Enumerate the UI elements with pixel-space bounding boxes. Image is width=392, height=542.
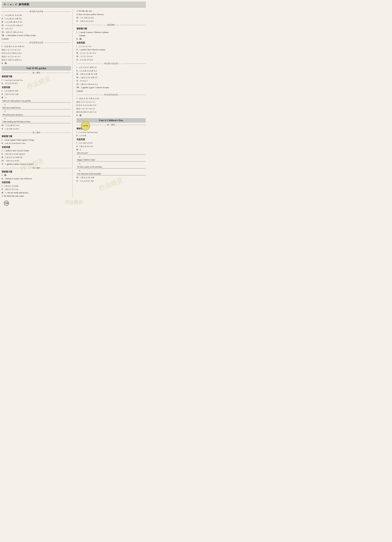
right-listen-7: Ⅶ．1.garden 2.grow 3.leaves 4.water — [76, 86, 146, 89]
written-line-3: The plants grow and grow. — [2, 114, 71, 116]
lesson3-pre-2: Ⅱ．1.thirsty 2.warm 3.are 4.flowers — [2, 177, 71, 180]
left-listen-4: Ⅳ．1.A 2.A 3.C 4.B 5.C — [2, 24, 71, 27]
right-listen-4: Ⅳ．1.B 2.A 3.C 4.B 5.C — [76, 76, 146, 79]
left-read-5: (E)1.C 2.B 3.A 4.B 5.A — [2, 58, 71, 61]
unit11-lesson1-class-2: Ⅱ．1.B 2.A 3.C 4.C — [76, 145, 146, 148]
lesson2-class-2: Ⅱ．1.D 2.F 3.A 4.E 5.B 6.C — [2, 152, 71, 156]
unit11-written-line-3: We have a party in the morning. — [76, 166, 146, 168]
lesson3-written-1: Ⅲ．1. We are small and brown. — [2, 191, 71, 194]
unit11-written-line-4: Our classroom looks beautiful. — [76, 172, 146, 175]
lesson4-pre-title: 课前预习案 — [76, 27, 146, 30]
lesson3-pre-title: 课前预习案 — [2, 170, 71, 173]
written-label-4: 4. — [4, 117, 71, 120]
lesson2-class-4: Ⅳ．1.B 2.A 3.A 4.C — [2, 159, 71, 163]
left-listen-3: Ⅲ．1.A 2.B 3.B 4.A 5.C — [2, 20, 71, 24]
lesson1-class-title: 当堂巩固 — [2, 86, 71, 89]
unit11-lesson1-class-1: Ⅰ．1.C 2.B 3.A 4.C — [76, 141, 146, 145]
lesson2-pre-1: Ⅰ．1.leaf 2.plant 3.like 4.green 5.long — [2, 138, 71, 142]
lesson1-divider: —— 第一课时 —— — [2, 71, 71, 74]
lesson2-class-3: Ⅲ．1.D 2.C 3.A 4.B 5.E — [2, 156, 71, 159]
left-listen-2: Ⅱ．1.A 2.B 3.C 4.B 5.C — [2, 17, 71, 20]
page-title: 参考答案 — [19, 3, 29, 6]
page-header: ※ ☆ ♦ ♪ 17 参考答案 — [2, 2, 146, 8]
right-listen-8: 5.plants — [76, 89, 146, 92]
right-lesson3-end-1: Ⅳ．1.C 2.B 3.A 4.C — [76, 16, 146, 19]
lesson2-divider: —— 第二课时 —— — [2, 131, 71, 134]
right-listen-5: Ⅴ．3 5 4 1 2 — [76, 79, 146, 82]
unit10-title: Unit 10 My garden — [2, 66, 71, 70]
right-read-3: (C)1.C 2.A 3.A 4.C 5.C — [76, 103, 146, 107]
unit11-lesson1-pre-1: Ⅰ．1.o 2.oo 3.ar 4.a 5.a;e — [76, 131, 146, 134]
written-label-1: Ⅲ．1. — [2, 96, 71, 99]
written-line-4: I like reading and listening to music. — [2, 120, 71, 123]
left-read-4: (D)1.× 2.√ 3.× 4.× 5.× — [2, 55, 71, 58]
read-divider-right: —— 单元读写步步高 —— — [76, 93, 146, 96]
left-column: —— 单元听力步步高 —— Ⅰ．1.A 2.B 3.C 4.A 5.B Ⅱ．1.… — [2, 9, 73, 198]
lesson2-class-title: 当堂巩固 — [2, 146, 71, 149]
lesson4-pre-1: Ⅰ．1.seeds 2.leaves 3.flowers 4.plants — [76, 31, 146, 34]
right-column: 3. We like the sun. 4. Now we have yello… — [75, 9, 146, 198]
page-indicator: 17 — [15, 3, 17, 6]
lesson1-class-2: Ⅱ．1.B 2.A 3.C 4.B — [2, 92, 71, 96]
lesson3-written-2: 2. We drink the rain water. — [2, 194, 71, 198]
lesson4-divider-right: —— 第四课时 —— — [76, 24, 146, 26]
listen-divider-left: —— 单元听力步步高 —— — [2, 10, 71, 13]
unit11-written-line-2: Happy Children's Day! — [76, 158, 146, 162]
lesson4-class-3: Ⅲ．1.√ 2.× 3.× 4.× 5.√ — [76, 51, 146, 55]
page-number: 134 — [4, 201, 9, 206]
lesson3-pre-1: Ⅰ．略 — [2, 173, 71, 177]
lesson2-pre-title: 课前预习案 — [2, 135, 71, 138]
right-listen-3: Ⅲ．1.B 2.A 3.B 4.C 5.B — [76, 72, 146, 76]
unit11-lesson1-pre-2: Ⅱ．1.A 2.B — [76, 134, 146, 137]
left-listen-1: Ⅰ．1.A 2.B 3.C 4.A 5.B — [2, 14, 71, 17]
right-read-5: (E)1.B 2.B 3.C 4.C 5.A — [76, 110, 146, 114]
left-read-6: Ⅱ．略 — [2, 62, 71, 65]
listen-divider-right: —— 单元听力步步高 —— — [76, 62, 146, 65]
lesson3-class-title: 当堂巩固 — [2, 181, 71, 184]
lesson1-pre-title: 课前预习案 — [2, 75, 71, 78]
lesson2-class-1: Ⅰ．1.arden 2.ater 3.eaves 4.lants — [2, 149, 71, 152]
lesson3-class-1: Ⅰ．1.D 2.C 3.A 4.B — [2, 184, 71, 188]
lesson4-class-title: 当堂巩固 — [76, 41, 146, 44]
unit11-written-label-1: Ⅲ．1. — [76, 148, 146, 151]
left-read-3: (C)1.A 2.C 3.B 4.A 5.C — [2, 51, 71, 55]
left-listen-6: Ⅵ．1.B 2.C 3.B 4.A 5.A — [2, 31, 71, 34]
written-label-3: 3. — [4, 110, 71, 113]
unit11-written: Ⅲ．1. How are you? 2. Happy Children's Da… — [76, 148, 146, 175]
right-read-6: Ⅱ．略 — [76, 114, 146, 117]
bottom-watermark: 作业精灵 — [2, 199, 146, 205]
lesson1-end-2: Ⅴ．1.A 2.B 3.A 4.C — [2, 127, 71, 130]
lesson3-class-2: Ⅱ．1.B 2.C 3.C 4.A — [2, 188, 71, 191]
written-line-2: They have small leaves. — [2, 106, 71, 109]
right-read-1: Ⅰ．(A)1.A 2.C 3.B 4.A 5.C — [76, 97, 146, 100]
lesson2-pre-2: Ⅱ．1.ee 2.o 3.an 4.ea 5.i 6.a — [2, 142, 71, 145]
lesson2-class-5: Ⅴ．1.garden 2.plant 3.leaves 4.water — [2, 163, 71, 166]
right-listen-6: Ⅵ．1.B 2.C 3.B 4.A 5.A — [76, 83, 146, 86]
lesson1-class-1: Ⅰ．1.A 2.B 3.C 4.B — [2, 89, 71, 92]
unit11-written-label-4: 4. — [79, 169, 146, 172]
unit11-end-2: Ⅴ．1.A 2.A 3.C 4.B — [76, 179, 146, 183]
left-listen-5: Ⅴ．3 4 1 5 2 — [2, 27, 71, 30]
right-read-4: (D)1.√ 2.√ 3.× 4.√ 5.× — [76, 107, 146, 110]
right-listen-2: Ⅱ．1.A 2.B 3.A 4.B 5.A — [76, 69, 146, 72]
read-divider-left: —— 单元读写步步高 —— — [2, 41, 71, 44]
left-listen-7: Ⅶ．1.December 2.wear 3.China 4.July — [2, 34, 71, 37]
written-line-1: There are many plants in my garden. — [2, 99, 71, 103]
unit11-written-line-1: How are you? — [76, 152, 146, 155]
lesson4-class-1: Ⅰ．1.× 2.√ 3.√ 4.× — [76, 45, 146, 48]
left-listen-8: 5.emails — [2, 37, 71, 40]
unit11-lesson1-class-title: 当堂巩固 — [76, 138, 146, 141]
unit11-end-1: Ⅳ．1.B 2.A 3.C 4.B — [76, 176, 146, 179]
lesson1-pre-1: Ⅰ．1.ar 2.ea 3.a 4.ow 5.a — [2, 79, 71, 82]
lesson4-class-4: Ⅳ．1.√ 2.× 3.√ 4.× — [76, 55, 146, 58]
lesson1-end-1: Ⅳ．1.A 2.B 3.C 4.A — [2, 124, 71, 127]
right-lesson3-1: 3. We like the sun. — [76, 9, 146, 13]
right-lesson3-end-2: Ⅴ．1.B 2.A 3.A 4.C — [76, 20, 146, 23]
left-read-2: (B)1.× 2.× 3.√ 4.× 5.√ — [2, 48, 71, 51]
lesson4-class-5: Ⅴ．1.T 2.F 3.T 4.F — [76, 58, 146, 61]
right-listen-1: Ⅰ．1.C 2.A 3.C 4.B 5.A — [76, 66, 146, 69]
sticker: 作业 精灵 — [81, 121, 90, 130]
lesson4-class-2: Ⅱ．1.seeds 2.has 3.leaves 4.sunny — [76, 48, 146, 51]
unit11-written-label-2: 2. — [79, 155, 146, 158]
written-label-2: 2. — [4, 103, 71, 106]
